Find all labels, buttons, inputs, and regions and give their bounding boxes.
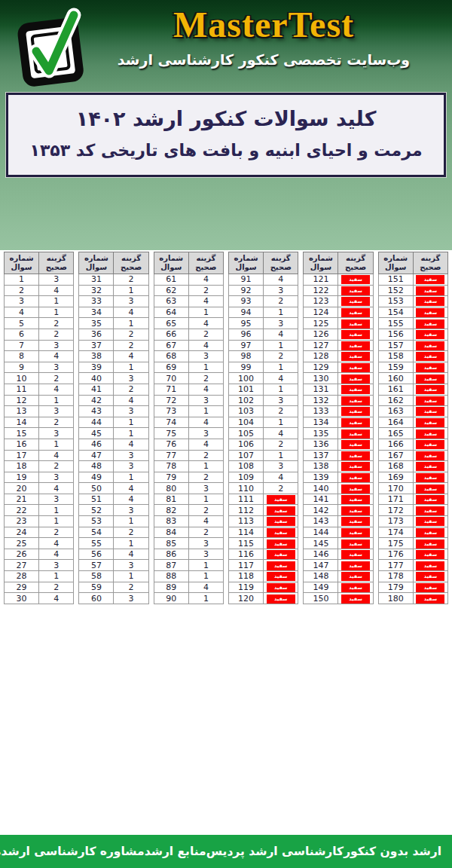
table-row: 136سفید [304,439,373,450]
redacted-answer-badge: سفید [341,495,370,504]
correct-option: سفید [264,516,298,527]
correct-option: سفید [413,373,447,384]
table-row: 254 [5,538,74,549]
correct-option: 4 [188,384,223,395]
correct-option: 2 [188,329,223,340]
table-row: 174سفید [378,527,447,538]
correct-option: 3 [114,450,148,461]
table-row: 160سفید [378,373,447,384]
question-number: 57 [79,560,114,571]
redacted-answer-badge: سفید [416,440,444,449]
redacted-answer-badge: سفید [341,440,370,449]
correct-option: سفید [338,505,373,516]
redacted-answer-badge: سفید [267,528,295,537]
question-number: 139 [304,472,338,483]
question-number: 72 [154,395,188,406]
correct-option: 3 [39,472,74,483]
table-row: 1032 [228,406,298,417]
correct-option: 1 [114,538,148,549]
question-number: 103 [228,406,263,417]
question-number: 59 [79,582,114,593]
question-number: 128 [304,351,338,362]
correct-option: 2 [264,351,298,362]
correct-option: 1 [188,461,223,472]
table-row: 662 [154,329,223,340]
table-row: 113سفید [228,516,298,527]
question-number: 6 [5,329,39,340]
question-number: 138 [304,461,338,472]
table-row: 531 [79,516,148,527]
col-question-header: شماره سوال [5,252,39,274]
table-row: 691 [154,362,223,373]
question-number: 176 [378,549,413,560]
redacted-answer-badge: سفید [341,352,370,361]
table-row: 344 [79,307,148,318]
table-row: 116سفید [228,549,298,560]
redacted-answer-badge: سفید [267,572,295,581]
brand-title: MasterTest [173,6,354,44]
redacted-answer-badge: سفید [416,451,444,460]
table-row: 135سفید [304,428,373,439]
footer-menu-item-2[interactable]: کارشناسی ارشد پردیس [206,845,344,858]
correct-option: سفید [413,428,447,439]
correct-option: 1 [188,362,223,373]
answer-key-table-3: شماره سوالگزینه صحیح61462263464165466267… [154,252,224,604]
correct-option: سفید [413,549,447,560]
question-number: 107 [228,450,263,461]
correct-option: 1 [39,395,74,406]
redacted-answer-badge: سفید [341,528,370,537]
redacted-answer-badge: سفید [341,385,370,394]
table-row: 1102 [228,483,298,494]
correct-option: 1 [39,307,74,318]
table-row: 114سفید [228,527,298,538]
redacted-answer-badge: سفید [416,528,444,537]
table-row: 622 [154,285,223,296]
table-row: 953 [228,318,298,329]
footer-menu-item-3[interactable]: منابع ارشد [145,845,206,858]
table-row: 564 [79,549,148,560]
question-number: 144 [304,527,338,538]
table-row: 674 [154,340,223,351]
redacted-answer-badge: سفید [341,330,370,339]
correct-option: سفید [338,527,373,538]
col-question-header: شماره سوال [228,252,263,274]
correct-option: سفید [338,538,373,549]
question-number: 169 [378,472,413,483]
question-number: 35 [79,318,114,329]
table-row: 125سفید [304,318,373,329]
question-number: 43 [79,406,114,417]
table-row: 273 [5,560,74,571]
redacted-answer-badge: سفید [341,572,370,581]
table-row: 614 [154,274,223,286]
question-number: 162 [378,395,413,406]
table-row: 231 [5,516,74,527]
question-number: 137 [304,450,338,461]
table-row: 31 [5,296,74,307]
question-number: 42 [79,395,114,406]
question-number: 79 [154,472,188,483]
table-row: 1071 [228,450,298,461]
table-row: 242 [5,527,74,538]
correct-option: 1 [114,571,148,582]
redacted-answer-badge: سفید [341,451,370,460]
question-number: 105 [228,428,263,439]
footer-menu-item-4[interactable]: مشاوره کارشناسی ارشد [2,845,145,858]
footer-menu-item-1[interactable]: ارشد بدون کنکور [344,845,441,858]
correct-option: سفید [338,274,373,286]
redacted-answer-badge: سفید [416,297,444,306]
correct-option: 4 [39,351,74,362]
table-row: 121سفید [304,274,373,286]
correct-option: 2 [39,318,74,329]
table-row: 473 [79,450,148,461]
question-number: 11 [5,384,39,395]
question-number: 115 [228,538,263,549]
redacted-answer-badge: سفید [416,484,444,494]
correct-option: سفید [338,582,373,593]
table-row: 178سفید [378,571,447,582]
footer-menu-item-5[interactable]: مشاوره انتخاب رشته ارشد [0,845,2,858]
question-number: 7 [5,340,39,351]
question-number: 4 [5,307,39,318]
table-row: 142سفید [304,505,373,516]
exam-title-box: کلید سوالات کنکور ارشد ۱۴۰۲ مرمت و احیای… [6,93,446,177]
correct-option: 4 [264,329,298,340]
